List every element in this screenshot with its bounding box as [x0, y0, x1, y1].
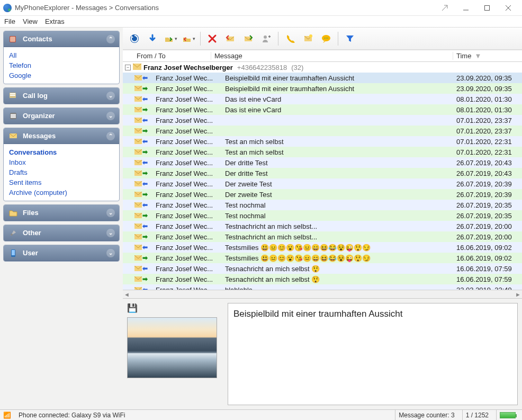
arrow-right-icon: ➡: [142, 276, 148, 282]
delete-button[interactable]: [205, 31, 220, 46]
new-message-button[interactable]: [301, 31, 316, 46]
row-time: 07.01.2020, 23:37: [453, 117, 522, 124]
refresh-button[interactable]: [127, 31, 142, 46]
column-message[interactable]: Message: [211, 52, 453, 60]
row-from: Franz Josef Wec...: [156, 212, 222, 220]
panel-files-header[interactable]: Files ⌄: [4, 205, 119, 221]
export-button[interactable]: [163, 31, 178, 46]
row-time: 08.01.2020, 01:30: [453, 106, 522, 114]
organizer-icon: [8, 111, 19, 121]
messages-icon: [8, 131, 19, 141]
message-row[interactable]: ⬅Franz Josef Wec...Beispielbild mit eine…: [123, 73, 522, 83]
minimize-button[interactable]: [455, 1, 476, 15]
chevron-down-icon: ⌄: [106, 229, 115, 237]
column-time[interactable]: Time ▼: [453, 52, 522, 60]
row-from: Franz Josef Wec...: [156, 275, 222, 283]
message-row[interactable]: ➡Franz Josef Wec...Beispielbild mit eine…: [123, 83, 522, 94]
panel-user-header[interactable]: User ⌄: [4, 245, 119, 261]
panel-contacts-header[interactable]: Contacts ⌃: [4, 31, 119, 47]
message-row[interactable]: ⬅Franz Josef Wec...Testnachricht an mich…: [123, 221, 522, 231]
message-row[interactable]: ⬅Franz Josef Wec...Das ist eine vCard08.…: [123, 94, 522, 104]
horizontal-scrollbar[interactable]: ◄►: [123, 290, 522, 298]
column-from[interactable]: From / To: [134, 52, 211, 60]
panel-messages-header[interactable]: Messages ⌃: [4, 128, 119, 144]
arrow-left-icon: ⬅: [142, 202, 148, 208]
arrow-left-icon: ⬅: [142, 75, 148, 81]
message-row[interactable]: ⬅Franz Josef Wec...Tesnachricht an mich …: [123, 263, 522, 274]
menu-file[interactable]: File: [4, 17, 15, 25]
message-row[interactable]: ➡Franz Josef Wec...Test an mich selbst07…: [123, 147, 522, 157]
download-button[interactable]: [145, 31, 160, 46]
message-row[interactable]: ➡Franz Josef Wec...Tesnachricht an mich …: [123, 274, 522, 284]
statusbar: 📶 Phone connected: Galaxy S9 via WiFi Me…: [0, 409, 522, 420]
conversation-group-header[interactable]: − Franz Josef Wechselberger +43664223581…: [123, 62, 522, 73]
forward-button[interactable]: [241, 31, 256, 46]
toolbar-separator: [278, 32, 278, 46]
message-row[interactable]: ⬅Franz Josef Wec...Test nochmal26.07.201…: [123, 200, 522, 210]
message-body[interactable]: Beispielbild mit einer traumhaften Aussi…: [228, 303, 518, 405]
panel-organizer-header[interactable]: Organizer ⌄: [4, 108, 119, 124]
window-title: MyPhoneExplorer - Messages > Conversatio…: [15, 4, 159, 12]
filter-button[interactable]: [343, 31, 357, 46]
menu-view[interactable]: View: [23, 17, 38, 25]
messages-item-inbox[interactable]: Inbox: [9, 157, 114, 167]
toolbar-separator: [338, 32, 338, 46]
call-button[interactable]: [283, 31, 298, 46]
message-row[interactable]: ➡Franz Josef Wec...07.01.2020, 23:37: [123, 126, 522, 136]
group-phone: +436642235818: [237, 64, 287, 72]
attachment-thumbnail[interactable]: [127, 317, 217, 378]
row-time: 16.06.2019, 07:59: [453, 265, 522, 273]
row-from: Franz Josef Wec...: [156, 106, 222, 114]
message-row[interactable]: ⬅Franz Josef Wec...blablabla22.03.2019, …: [123, 284, 522, 290]
row-from: Franz Josef Wec...: [156, 286, 222, 290]
reply-button[interactable]: [223, 31, 238, 46]
contacts-item-telefon[interactable]: Telefon: [9, 60, 114, 70]
arrow-left-icon: ⬅: [142, 159, 148, 166]
row-message: Der dritte Test: [222, 159, 453, 167]
message-row[interactable]: ➡Franz Josef Wec...Testnachricht an mich…: [123, 231, 522, 242]
arrow-right-icon: ➡: [142, 234, 148, 240]
contacts-item-google[interactable]: Google: [9, 70, 114, 81]
rows-container[interactable]: − Franz Josef Wechselberger +43664223581…: [123, 62, 522, 290]
column-time-label: Time: [456, 52, 471, 60]
messages-item-archive[interactable]: Archive (computer): [9, 187, 114, 198]
row-icons: ⬅: [134, 244, 156, 251]
import-button[interactable]: [181, 31, 196, 46]
row-time: 07.01.2020, 22:31: [453, 148, 522, 156]
row-message: Tesnachricht an mich selbst 😲: [222, 275, 453, 283]
message-row[interactable]: ➡Franz Josef Wec...Testsmilies 😃😐😊😮😘😐😄😆😂…: [123, 253, 522, 263]
app-icon: [3, 4, 12, 12]
row-time: 26.07.2019, 20:00: [453, 233, 522, 241]
message-row[interactable]: ➡Franz Josef Wec...Der zweite Test26.07.…: [123, 189, 522, 200]
menu-extras[interactable]: Extras: [45, 17, 65, 25]
row-message: blablabla: [222, 286, 453, 290]
panel-other-header[interactable]: Other ⌄: [4, 225, 119, 241]
messages-item-sent[interactable]: Sent items: [9, 177, 114, 187]
row-time: 16.06.2019, 09:02: [453, 254, 522, 262]
chat-button[interactable]: [319, 31, 334, 46]
message-row[interactable]: ➡Franz Josef Wec...Das ist eine vCard08.…: [123, 104, 522, 115]
message-row[interactable]: ➡Franz Josef Wec...Der dritte Test26.07.…: [123, 168, 522, 178]
collapse-icon[interactable]: −: [125, 65, 131, 70]
arrow-right-icon: ➡: [142, 255, 148, 261]
svg-point-22: [324, 38, 325, 39]
message-row[interactable]: ➡Franz Josef Wec...Test nochmal26.07.201…: [123, 210, 522, 221]
close-button[interactable]: [498, 1, 519, 15]
messages-item-drafts[interactable]: Drafts: [9, 167, 114, 177]
add-contact-button[interactable]: [259, 31, 274, 46]
maximize-button[interactable]: [476, 1, 498, 15]
panel-calllog-header[interactable]: Call log ⌄: [4, 88, 119, 104]
messages-item-conversations[interactable]: Conversations: [9, 147, 114, 157]
message-row[interactable]: ⬅Franz Josef Wec...Der zweite Test26.07.…: [123, 178, 522, 189]
arrow-right-icon: ➡: [142, 128, 148, 134]
message-row[interactable]: ⬅Franz Josef Wec...07.01.2020, 23:37: [123, 115, 522, 126]
row-message: Beispielbild mit einer traumhaften Aussi…: [222, 85, 453, 93]
message-row[interactable]: ⬅Franz Josef Wec...Test an mich selbst07…: [123, 136, 522, 147]
message-row[interactable]: ⬅Franz Josef Wec...Testsmilies 😃😐😊😮😘😐😄😆😂…: [123, 242, 522, 253]
row-from: Franz Josef Wec...: [156, 169, 222, 177]
corner-icon[interactable]: [434, 1, 455, 15]
group-count: (32): [291, 64, 303, 72]
message-row[interactable]: ⬅Franz Josef Wec...Der dritte Test26.07.…: [123, 157, 522, 168]
save-icon[interactable]: 💾: [127, 303, 138, 313]
contacts-item-all[interactable]: All: [9, 50, 114, 60]
